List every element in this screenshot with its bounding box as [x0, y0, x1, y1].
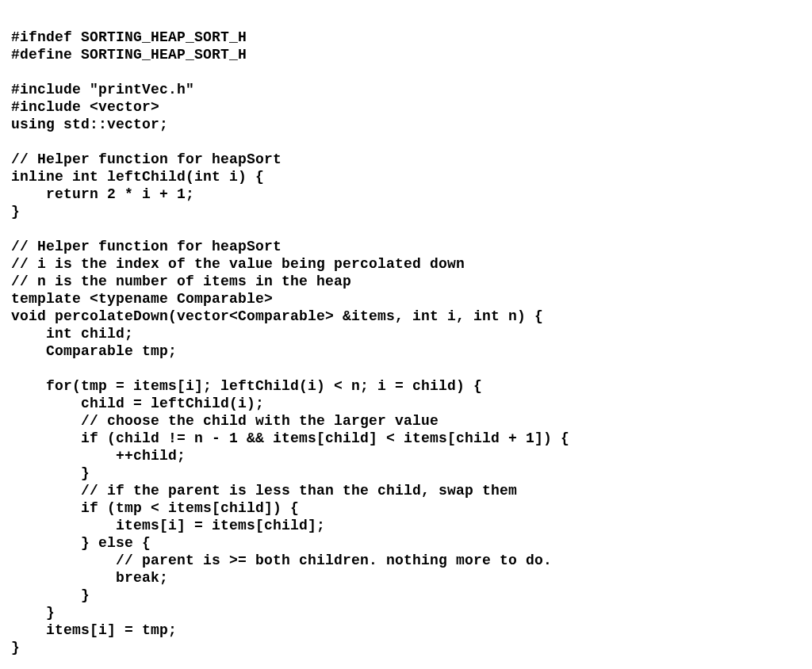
- code-line: break;: [11, 570, 168, 586]
- code-line: // if the parent is less than the child,…: [11, 483, 517, 499]
- code-line: // i is the index of the value being per…: [11, 256, 465, 272]
- code-line: template <typename Comparable>: [11, 291, 273, 307]
- code-line: }: [11, 605, 55, 621]
- code-line: #ifndef SORTING_HEAP_SORT_H: [11, 29, 247, 45]
- code-line: items[i] = tmp;: [11, 622, 177, 638]
- code-line: int child;: [11, 326, 133, 342]
- code-line: child = leftChild(i);: [11, 396, 264, 411]
- code-line: // Helper function for heapSort: [11, 239, 282, 254]
- code-line: #define SORTING_HEAP_SORT_H: [11, 47, 247, 63]
- code-line: inline int leftChild(int i) {: [11, 169, 264, 185]
- code-line: if (child != n - 1 && items[child] < ite…: [11, 430, 569, 446]
- code-line: return 2 * i + 1;: [11, 186, 194, 202]
- code-line: // choose the child with the larger valu…: [11, 413, 439, 429]
- code-line: }: [11, 640, 20, 656]
- code-line: for(tmp = items[i]; leftChild(i) < n; i …: [11, 378, 482, 394]
- code-line: #include "printVec.h": [11, 82, 194, 97]
- code-line: // parent is >= both children. nothing m…: [11, 552, 552, 568]
- code-line: }: [11, 587, 90, 603]
- code-line: ++child;: [11, 448, 186, 464]
- code-line: }: [11, 204, 20, 220]
- code-line: Comparable tmp;: [11, 343, 177, 359]
- code-line: items[i] = items[child];: [11, 518, 325, 533]
- code-line: #include <vector>: [11, 99, 159, 115]
- code-line: }: [11, 465, 90, 481]
- code-line: if (tmp < items[child]) {: [11, 500, 299, 516]
- code-document: #ifndef SORTING_HEAP_SORT_H #define SORT…: [0, 0, 812, 669]
- code-line: // n is the number of items in the heap: [11, 273, 351, 289]
- code-line: void percolateDown(vector<Comparable> &i…: [11, 308, 543, 324]
- code-line: using std::vector;: [11, 117, 168, 132]
- code-line: } else {: [11, 535, 151, 551]
- code-line: // Helper function for heapSort: [11, 151, 282, 167]
